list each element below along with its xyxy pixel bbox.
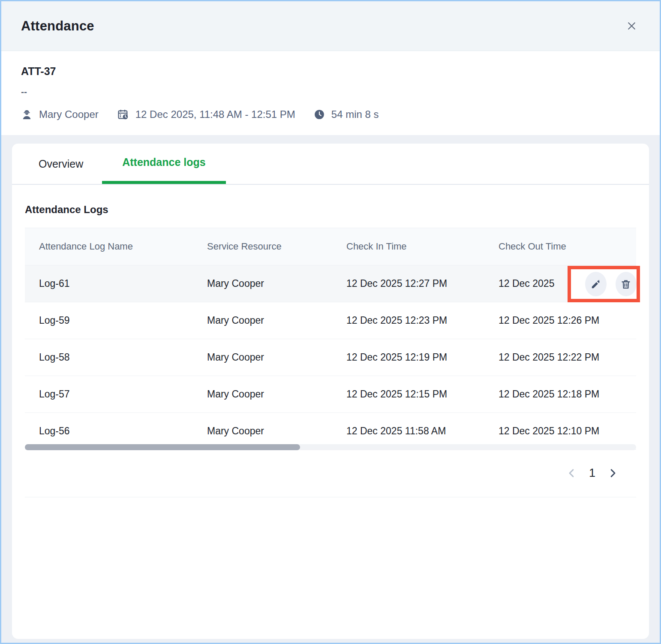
clock-icon xyxy=(314,109,325,120)
record-subtitle: -- xyxy=(21,87,640,97)
cell-check-in: 12 Dec 2025 12:27 PM xyxy=(332,278,484,289)
duration-meta: 54 min 8 s xyxy=(314,108,379,120)
cell-service-resource: Mary Cooper xyxy=(193,278,332,289)
table-row[interactable]: Log-61 Mary Cooper 12 Dec 2025 12:27 PM … xyxy=(25,265,636,302)
record-info-section: ATT-37 -- Mary Cooper xyxy=(1,51,660,135)
duration-value: 54 min 8 s xyxy=(331,108,379,120)
datetime-meta: 12 Dec 2025, 11:48 AM - 12:51 PM xyxy=(117,108,295,120)
edit-button[interactable] xyxy=(585,272,607,296)
service-resource-meta: Mary Cooper xyxy=(21,108,99,120)
table-header-row: Attendance Log Name Service Resource Che… xyxy=(25,228,636,265)
chevron-left-icon xyxy=(566,467,577,479)
bottom-divider xyxy=(25,497,636,497)
pencil-icon xyxy=(590,279,601,290)
tab-panel-attendance-logs: Attendance Logs Attendance Log Name Serv… xyxy=(12,204,649,497)
record-meta-row: Mary Cooper 12 Dec 2025, 11:48 AM - 12:5… xyxy=(21,108,640,120)
calendar-clock-icon xyxy=(117,108,129,120)
col-header-log-name: Attendance Log Name xyxy=(25,241,193,252)
content-card: Overview Attendance logs Attendance Logs… xyxy=(12,144,649,639)
datetime-range: 12 Dec 2025, 11:48 AM - 12:51 PM xyxy=(135,108,295,120)
attendance-logs-heading: Attendance Logs xyxy=(25,204,636,216)
previous-page-button[interactable] xyxy=(566,467,577,479)
cell-check-out: 12 Dec 2025 12:26 PM xyxy=(484,315,636,326)
cell-check-out: 12 Dec 2025 12:10 PM xyxy=(484,425,636,437)
col-header-service-resource: Service Resource xyxy=(193,241,332,252)
cell-check-out: 12 Dec 2025 12:18 PM xyxy=(484,388,636,400)
tab-attendance-logs[interactable]: Attendance logs xyxy=(102,144,225,184)
record-id: ATT-37 xyxy=(21,65,640,78)
table-row[interactable]: Log-57 Mary Cooper 12 Dec 2025 12:15 PM … xyxy=(25,376,636,413)
cell-check-in: 12 Dec 2025 12:23 PM xyxy=(332,315,484,326)
cell-log-name: Log-61 xyxy=(25,278,193,289)
cell-service-resource: Mary Cooper xyxy=(193,388,332,400)
table-row[interactable]: Log-58 Mary Cooper 12 Dec 2025 12:19 PM … xyxy=(25,339,636,376)
tabs-row: Overview Attendance logs xyxy=(12,144,649,185)
close-icon xyxy=(626,21,637,31)
modal-title: Attendance xyxy=(21,18,94,34)
delete-button[interactable] xyxy=(616,272,637,296)
modal-body: Overview Attendance logs Attendance Logs… xyxy=(1,135,660,643)
cell-check-in: 12 Dec 2025 12:19 PM xyxy=(332,352,484,363)
attendance-logs-table: Attendance Log Name Service Resource Che… xyxy=(25,228,636,450)
cell-log-name: Log-58 xyxy=(25,352,193,363)
current-page-number: 1 xyxy=(589,466,595,480)
row-actions-highlight xyxy=(568,266,640,302)
close-button[interactable] xyxy=(624,18,639,34)
chevron-right-icon xyxy=(607,467,619,479)
cell-service-resource: Mary Cooper xyxy=(193,315,332,326)
next-page-button[interactable] xyxy=(607,467,619,479)
cell-service-resource: Mary Cooper xyxy=(193,425,332,437)
cell-log-name: Log-57 xyxy=(25,388,193,400)
cell-check-in: 12 Dec 2025 11:58 AM xyxy=(332,425,484,437)
modal-header: Attendance xyxy=(1,1,660,51)
cell-log-name: Log-59 xyxy=(25,315,193,326)
trash-icon xyxy=(620,279,631,290)
horizontal-scrollbar-thumb[interactable] xyxy=(25,444,300,450)
worker-icon xyxy=(21,109,33,120)
tab-overview[interactable]: Overview xyxy=(39,144,83,184)
cell-check-in: 12 Dec 2025 12:15 PM xyxy=(332,388,484,400)
table-row[interactable]: Log-59 Mary Cooper 12 Dec 2025 12:23 PM … xyxy=(25,302,636,339)
col-header-check-in: Check In Time xyxy=(332,241,484,252)
pagination: 1 xyxy=(25,460,636,485)
horizontal-scrollbar-track[interactable] xyxy=(25,444,636,450)
col-header-check-out: Check Out Time xyxy=(484,241,636,252)
cell-check-out: 12 Dec 2025 12:22 PM xyxy=(484,352,636,363)
cell-service-resource: Mary Cooper xyxy=(193,352,332,363)
cell-log-name: Log-56 xyxy=(25,425,193,437)
service-resource-name: Mary Cooper xyxy=(39,108,99,120)
